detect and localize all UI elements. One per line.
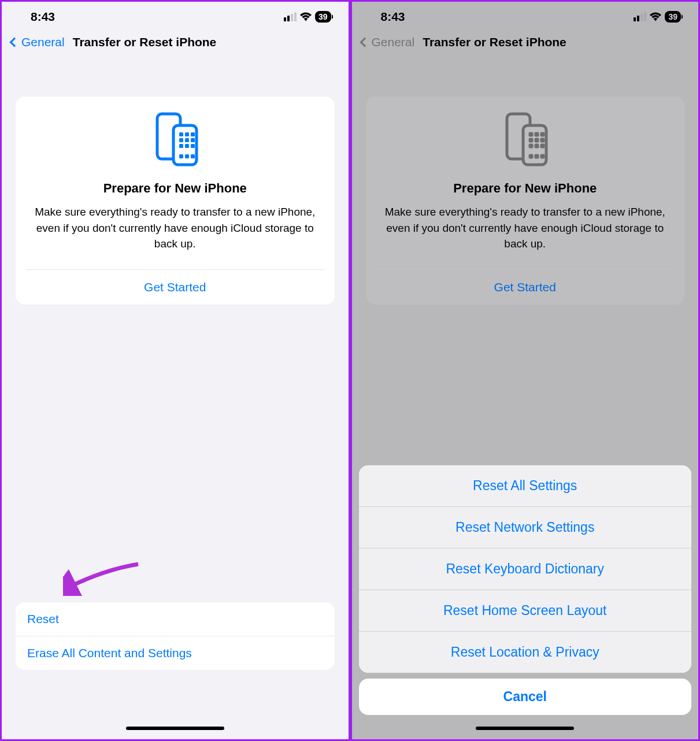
wifi-icon <box>650 12 661 21</box>
svg-rect-4 <box>191 132 195 136</box>
svg-rect-25 <box>529 154 533 158</box>
svg-rect-6 <box>185 138 189 142</box>
reset-all-settings-option[interactable]: Reset All Settings <box>359 465 692 507</box>
prepare-description: Make sure everything's ready to transfer… <box>376 204 675 252</box>
svg-rect-10 <box>191 144 195 148</box>
reset-keyboard-dictionary-option[interactable]: Reset Keyboard Dictionary <box>359 549 692 590</box>
transfer-devices-icon <box>149 110 201 168</box>
prepare-description: Make sure everything's ready to transfer… <box>26 204 324 252</box>
cellular-signal-icon <box>634 12 646 21</box>
battery-icon: 39 <box>315 11 331 23</box>
svg-rect-3 <box>185 132 189 136</box>
wifi-icon <box>300 12 312 21</box>
cancel-button[interactable]: Cancel <box>359 679 692 715</box>
status-right: 39 <box>284 11 331 23</box>
nav-header: General Transfer or Reset iPhone <box>2 28 349 57</box>
page-title: Transfer or Reset iPhone <box>423 35 566 49</box>
back-label: General <box>372 35 415 49</box>
transfer-devices-icon <box>499 110 551 168</box>
chevron-left-icon <box>10 38 20 47</box>
erase-all-button[interactable]: Erase All Content and Settings <box>16 636 335 670</box>
svg-rect-16 <box>529 132 533 136</box>
svg-rect-2 <box>179 132 183 136</box>
reset-network-settings-option[interactable]: Reset Network Settings <box>359 507 692 549</box>
svg-rect-12 <box>185 154 189 158</box>
svg-rect-7 <box>191 138 195 142</box>
home-indicator[interactable] <box>476 727 574 730</box>
svg-rect-11 <box>179 154 183 158</box>
status-time: 8:43 <box>381 10 405 24</box>
battery-icon: 39 <box>665 11 681 23</box>
svg-rect-24 <box>540 144 545 148</box>
left-screenshot: 8:43 39 General Transfer or Reset iPhone <box>0 0 350 741</box>
right-screenshot: 8:43 39 General Transfer or Reset iPhone <box>350 0 701 741</box>
back-button[interactable]: General <box>11 35 65 49</box>
svg-rect-17 <box>535 132 539 136</box>
reset-action-sheet: Reset All Settings Reset Network Setting… <box>359 465 692 732</box>
prepare-card: Prepare for New iPhone Make sure everyth… <box>16 97 335 305</box>
bottom-options: Reset Erase All Content and Settings <box>16 602 335 670</box>
status-time: 8:43 <box>31 10 55 24</box>
annotation-arrow-icon <box>63 561 144 596</box>
reset-home-screen-layout-option[interactable]: Reset Home Screen Layout <box>359 590 692 632</box>
back-label: General <box>21 35 65 49</box>
svg-rect-5 <box>179 138 183 142</box>
status-bar: 8:43 39 <box>352 2 699 28</box>
svg-rect-21 <box>540 138 545 142</box>
reset-button[interactable]: Reset <box>16 602 335 636</box>
svg-rect-13 <box>191 154 195 158</box>
chevron-left-icon <box>360 38 369 47</box>
status-right: 39 <box>634 11 681 23</box>
svg-rect-18 <box>540 132 545 136</box>
status-bar: 8:43 39 <box>2 2 349 28</box>
svg-rect-9 <box>185 144 189 148</box>
get-started-button: Get Started <box>376 270 675 305</box>
svg-rect-8 <box>179 144 183 148</box>
prepare-title: Prepare for New iPhone <box>26 181 324 196</box>
page-title: Transfer or Reset iPhone <box>73 35 217 49</box>
svg-rect-26 <box>535 154 539 158</box>
nav-header: General Transfer or Reset iPhone <box>352 28 699 57</box>
home-indicator[interactable] <box>126 727 224 730</box>
svg-rect-23 <box>535 144 539 148</box>
get-started-button[interactable]: Get Started <box>26 270 324 305</box>
action-sheet-options: Reset All Settings Reset Network Setting… <box>359 465 692 673</box>
svg-rect-27 <box>540 154 545 158</box>
reset-location-privacy-option[interactable]: Reset Location & Privacy <box>359 632 692 673</box>
svg-rect-22 <box>529 144 533 148</box>
svg-rect-20 <box>535 138 539 142</box>
prepare-title: Prepare for New iPhone <box>376 181 675 196</box>
back-button: General <box>361 35 415 49</box>
cellular-signal-icon <box>284 12 297 21</box>
prepare-card: Prepare for New iPhone Make sure everyth… <box>366 97 685 305</box>
svg-rect-19 <box>529 138 533 142</box>
